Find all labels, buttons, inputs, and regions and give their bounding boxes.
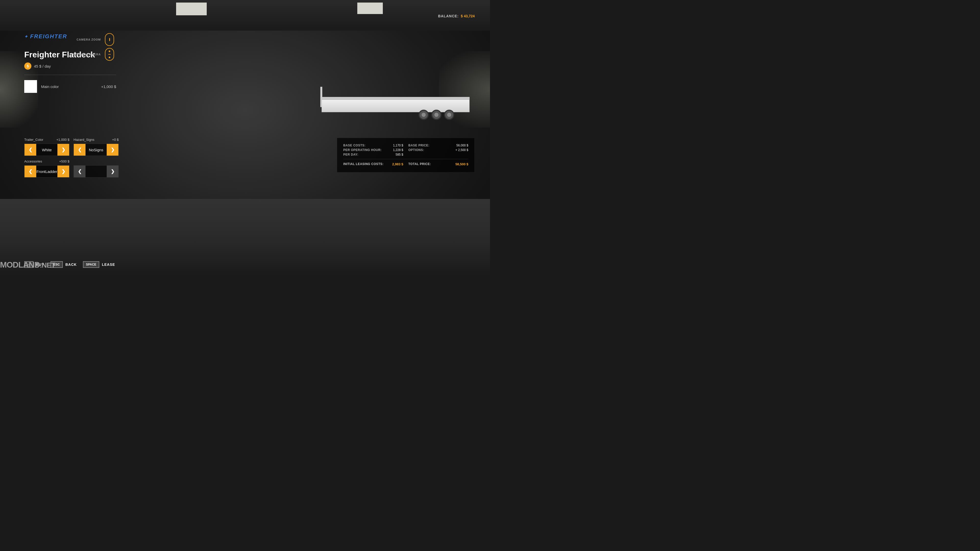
color-swatch-white bbox=[24, 80, 37, 93]
accessories-control: ❮ FrontLadder ❯ bbox=[24, 165, 69, 178]
lease-key: SPACE bbox=[83, 261, 99, 268]
camera-zoom-icon bbox=[105, 33, 114, 46]
hazard-signs-selector: Hazard_Signs +0 $ ❮ NoSigns ❯ bbox=[73, 138, 119, 156]
selectors-panel: Trailer_Color +1,000 $ ❮ White ❯ Hazard_… bbox=[24, 135, 119, 178]
modland-watermark: MODLAND.NET bbox=[0, 256, 55, 270]
brand-name: FREIGHTER bbox=[30, 33, 67, 40]
base-costs-label: BASE COSTS: bbox=[343, 144, 366, 147]
base-price-label: BASE PRICE: bbox=[408, 144, 430, 147]
balance-display: BALANCE: $ 43,724 bbox=[438, 14, 475, 18]
camera-rotate-row: ROTATE CAMERA bbox=[70, 48, 114, 61]
stats-divider bbox=[343, 159, 468, 159]
accessories-label: Accessories bbox=[24, 159, 42, 163]
accessories-prev-btn[interactable]: ❮ bbox=[24, 165, 36, 177]
modland-main: MODLAND bbox=[0, 260, 40, 269]
total-price-label: TOTAL PRICE: bbox=[408, 162, 431, 166]
hazard-signs-label: Hazard_Signs bbox=[73, 138, 94, 141]
accessories2-header bbox=[73, 159, 119, 163]
base-costs-value: 1,170 $ bbox=[393, 144, 403, 147]
camera-controls-hint: CAMERA ZOOM ROTATE CAMERA bbox=[70, 33, 114, 61]
camera-zoom-label: CAMERA ZOOM bbox=[70, 38, 101, 41]
scroll-indicator bbox=[109, 38, 110, 41]
lease-label[interactable]: LEASE bbox=[102, 262, 115, 267]
hazard-signs-header: Hazard_Signs +0 $ bbox=[73, 138, 119, 141]
ui-overlay: BALANCE: $ 43,724 FREIGHTER Freighter Fl… bbox=[0, 0, 490, 275]
selectors-row-1: Trailer_Color +1,000 $ ❮ White ❯ Hazard_… bbox=[24, 138, 119, 156]
trailer-color-price: +1,000 $ bbox=[56, 138, 69, 141]
stat-per-hour: PER OPERATING HOUR: 1,228 $ bbox=[343, 148, 403, 152]
stats-left-col: BASE COSTS: 1,170 $ PER OPERATING HOUR: … bbox=[343, 143, 403, 157]
rotate-indicator2 bbox=[109, 57, 110, 58]
trailer-color-value: White bbox=[36, 148, 57, 152]
trailer-color-control: ❮ White ❯ bbox=[24, 144, 69, 156]
stat-options: OPTIONS: + 2,500 $ bbox=[408, 148, 468, 152]
stat-base-costs: BASE COSTS: 1,170 $ bbox=[343, 143, 403, 148]
hazard-signs-price: +0 $ bbox=[112, 138, 119, 141]
trailer-color-next-btn[interactable]: ❯ bbox=[57, 144, 69, 156]
hazard-signs-prev-btn[interactable]: ❮ bbox=[74, 144, 86, 156]
main-color-label: Main color bbox=[41, 84, 59, 89]
camera-zoom-row: CAMERA ZOOM bbox=[70, 33, 114, 46]
trailer-color-selector: Trailer_Color +1,000 $ ❮ White ❯ bbox=[24, 138, 69, 156]
per-hour-label: PER OPERATING HOUR: bbox=[343, 148, 382, 152]
stat-total-price: TOTAL PRICE: 58,500 $ bbox=[408, 161, 468, 167]
balance-value: $ 43,724 bbox=[461, 14, 475, 18]
stats-panel: BASE COSTS: 1,170 $ PER OPERATING HOUR: … bbox=[337, 138, 475, 172]
accessories-value: FrontLadder bbox=[36, 169, 57, 174]
hazard-signs-value: NoSigns bbox=[86, 148, 107, 152]
per-day-label: PER DAY: bbox=[343, 153, 358, 156]
accessories2-label bbox=[73, 159, 75, 163]
cost-icon: $ bbox=[24, 62, 32, 70]
daily-cost-value: 45 $ / day bbox=[34, 64, 51, 68]
accessories2-selector: ❮ ❯ bbox=[73, 159, 119, 178]
stats-grid-top: BASE COSTS: 1,170 $ PER OPERATING HOUR: … bbox=[343, 143, 468, 157]
main-color-row: Main color +1,000 $ bbox=[24, 80, 116, 93]
selectors-row-2: Accessories +500 $ ❮ FrontLadder ❯ ❮ bbox=[24, 159, 119, 178]
accessories-header: Accessories +500 $ bbox=[24, 159, 69, 163]
initial-leasing-label: INITIAL LEASING COSTS: bbox=[343, 162, 383, 166]
accessories2-control: ❮ ❯ bbox=[73, 165, 119, 178]
options-value: + 2,500 $ bbox=[455, 148, 468, 152]
trailer-color-header: Trailer_Color +1,000 $ bbox=[24, 138, 69, 141]
trailer-color-prev-btn[interactable]: ❮ bbox=[24, 144, 36, 156]
base-price-value: 56,000 $ bbox=[456, 144, 468, 147]
lease-action: SPACE LEASE bbox=[83, 261, 115, 268]
main-color-price: +1,000 $ bbox=[101, 84, 116, 89]
initial-leasing-value: 2,983 $ bbox=[392, 162, 403, 166]
back-label[interactable]: BACK bbox=[65, 262, 76, 267]
stat-initial-leasing: INITIAL LEASING COSTS: 2,983 $ bbox=[343, 161, 403, 167]
hazard-signs-control: ❮ NoSigns ❯ bbox=[73, 144, 119, 156]
hazard-signs-next-btn[interactable]: ❯ bbox=[107, 144, 118, 156]
daily-cost-row: $ 45 $ / day bbox=[24, 62, 116, 75]
accessories-next-btn[interactable]: ❯ bbox=[57, 165, 69, 177]
camera-rotate-icon bbox=[105, 48, 114, 61]
total-price-value: 58,500 $ bbox=[455, 162, 468, 166]
accessories2-prev-btn[interactable]: ❮ bbox=[74, 165, 86, 177]
per-hour-value: 1,228 $ bbox=[393, 148, 403, 152]
accessories-price: +500 $ bbox=[59, 159, 69, 163]
stats-grid-bottom: INITIAL LEASING COSTS: 2,983 $ TOTAL PRI… bbox=[343, 161, 468, 167]
balance-label: BALANCE: bbox=[438, 14, 458, 18]
accessories2-next-btn[interactable]: ❯ bbox=[107, 165, 118, 177]
per-day-value: 585 $ bbox=[396, 153, 403, 156]
accessories-selector: Accessories +500 $ ❮ FrontLadder ❯ bbox=[24, 159, 69, 178]
stat-base-price: BASE PRICE: 56,000 $ bbox=[408, 143, 468, 148]
stats-right-col: BASE PRICE: 56,000 $ OPTIONS: + 2,500 $ bbox=[408, 143, 468, 157]
modland-sub: .NET bbox=[40, 261, 56, 269]
stat-per-day: PER DAY: 585 $ bbox=[343, 152, 403, 157]
options-label: OPTIONS: bbox=[408, 148, 424, 152]
accessories2-price bbox=[118, 159, 119, 163]
camera-rotate-label: ROTATE CAMERA bbox=[70, 53, 101, 56]
rotate-indicator bbox=[109, 51, 110, 52]
trailer-color-label: Trailer_Color bbox=[24, 138, 43, 141]
